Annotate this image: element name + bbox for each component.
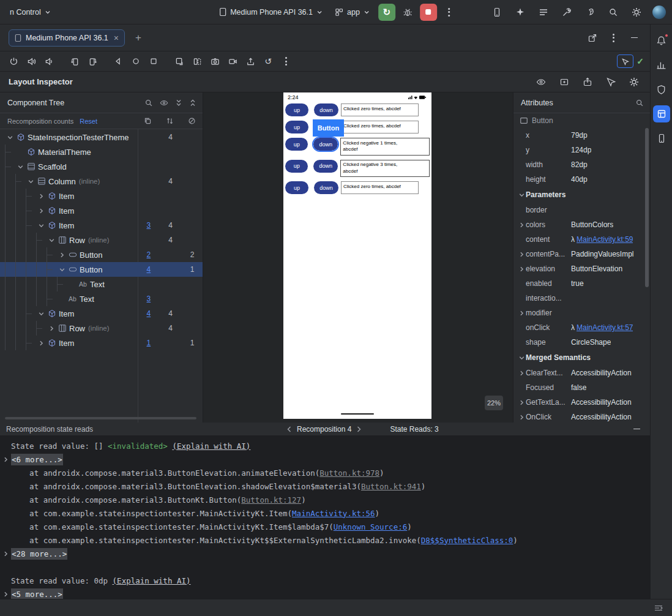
search-icon[interactable] [606, 5, 621, 20]
tree-node-scaffold[interactable]: Scaffold [0, 159, 203, 174]
device-mirror-icon[interactable] [490, 5, 504, 20]
attr-expand-icon[interactable] [517, 399, 526, 406]
reset-counts-link[interactable]: Reset [80, 118, 97, 125]
settings-gear-icon[interactable] [629, 5, 644, 20]
attr-expand-icon[interactable] [517, 310, 526, 317]
child-counts-column-icon[interactable] [159, 117, 181, 125]
tree-expand-icon[interactable] [36, 222, 46, 229]
reset-device-icon[interactable]: ↺ [261, 54, 275, 69]
attr-section-merged-semantics[interactable]: Merged Semantics [513, 350, 650, 366]
live-updates-eye-icon[interactable] [534, 75, 548, 89]
attr-row[interactable]: width82dp [513, 157, 650, 172]
tree-node-text[interactable]: AbText3 [0, 291, 203, 306]
tree-expand-icon[interactable] [15, 163, 25, 170]
console-link[interactable]: (Explain with AI) [172, 441, 250, 451]
tree-node-item[interactable]: Item [0, 189, 203, 203]
debug-button[interactable] [400, 5, 415, 20]
run-options-menu[interactable] [442, 5, 457, 20]
up-button[interactable]: up [285, 121, 308, 133]
recomposition-count-link[interactable]: 4 [138, 265, 160, 274]
tree-expand-icon[interactable] [47, 237, 56, 244]
export-snapshot-icon[interactable] [580, 75, 595, 89]
app-insights-icon[interactable] [653, 81, 670, 98]
attr-expand-icon[interactable] [517, 370, 526, 377]
tree-expand-icon[interactable] [57, 266, 67, 273]
attr-row[interactable]: border [513, 203, 650, 217]
tree-expand-icon[interactable] [5, 134, 15, 141]
down-button[interactable]: down [314, 103, 338, 116]
tab-options-menu[interactable] [606, 31, 621, 45]
rotate-left-icon[interactable] [67, 54, 82, 69]
attr-row[interactable]: OnClickAccessibilityAction [513, 410, 650, 423]
close-tab-icon[interactable]: × [114, 34, 119, 42]
fold-toggle-icon[interactable] [0, 550, 11, 557]
add-device-tab-button[interactable]: + [131, 32, 146, 44]
recomposition-count-link[interactable]: 4 [138, 309, 160, 318]
fold-toggle-icon[interactable] [0, 456, 11, 463]
snapshot-icon[interactable] [172, 54, 187, 69]
tree-node-row[interactable]: Row(inline)4 [0, 233, 203, 247]
tree-node-button[interactable]: Button22 [0, 247, 203, 262]
attr-row[interactable]: Focusedfalse [513, 380, 650, 395]
attr-row[interactable]: contentPa...PaddingValuesImpl [513, 247, 650, 261]
down-button[interactable]: down [314, 181, 338, 194]
attr-section-parameters[interactable]: Parameters [513, 187, 650, 203]
attr-row[interactable]: ClearText...AccessibilityAction [513, 366, 650, 380]
tree-expand-icon[interactable] [47, 325, 56, 332]
attr-row[interactable]: GetTextLa...AccessibilityAction [513, 395, 650, 410]
notifications-bell-icon[interactable] [653, 32, 670, 49]
skips-column-icon[interactable] [181, 117, 203, 125]
fold-toggle-icon[interactable] [0, 591, 11, 598]
device-render-viewport[interactable]: 2:24 updownClicked zero times, abcdefupd… [203, 92, 513, 423]
tree-expand-icon[interactable] [57, 252, 67, 258]
attr-row[interactable]: modifier [513, 306, 650, 320]
tree-expand-icon[interactable] [26, 178, 35, 185]
tree-expand-icon[interactable] [36, 208, 46, 214]
device-options-menu[interactable] [278, 54, 293, 69]
console-link[interactable]: Button.kt:978 [319, 468, 379, 478]
folded-frames[interactable]: <6 more...> [11, 454, 63, 465]
attr-expand-icon[interactable] [517, 222, 526, 228]
rerun-app-button[interactable]: ↻ [378, 4, 395, 21]
ai-assistant-icon[interactable] [513, 5, 528, 20]
tree-search-icon[interactable] [144, 99, 153, 107]
rotate-right-icon[interactable] [85, 54, 100, 69]
attr-row[interactable]: shapeCircleShape [513, 335, 650, 350]
console-link[interactable]: (Explain with AI) [113, 576, 191, 585]
up-button[interactable]: up [285, 103, 308, 116]
attr-expand-icon[interactable] [517, 251, 526, 258]
volume-up-icon[interactable] [24, 54, 39, 69]
collapse-all-icon[interactable] [189, 99, 196, 107]
attr-row[interactable]: elevationButtonElevation [513, 261, 650, 276]
power-button-icon[interactable] [6, 54, 21, 69]
attr-row[interactable]: x79dp [513, 128, 650, 143]
attr-row[interactable]: colorsButtonColors [513, 217, 650, 232]
minimize-console-icon[interactable] [629, 422, 644, 437]
up-button[interactable]: up [285, 160, 308, 173]
console-link[interactable]: MainActivity.kt:56 [292, 509, 375, 518]
tree-node-column[interactable]: Column(inline)4 [0, 174, 203, 189]
back-button-icon[interactable] [111, 54, 125, 69]
console-soft-wrap-icon[interactable] [651, 601, 666, 615]
screenshot-camera-icon[interactable] [207, 54, 222, 69]
tree-visibility-eye-icon[interactable] [160, 99, 168, 107]
stop-app-button[interactable] [420, 4, 437, 21]
inspector-settings-gear-icon[interactable] [627, 75, 641, 89]
attr-row[interactable]: onClickλ MainActivity.kt:57 [513, 320, 650, 335]
tree-expand-icon[interactable] [36, 193, 46, 200]
gradle-icon[interactable] [583, 5, 597, 20]
attr-row[interactable]: y124dp [513, 143, 650, 157]
attr-row[interactable]: enabledtrue [513, 276, 650, 291]
hide-panel-icon[interactable] [627, 31, 641, 45]
down-button[interactable]: down [313, 138, 338, 151]
attr-row[interactable]: contentλ MainActivity.kt:59 [513, 232, 650, 247]
console-link[interactable]: Button.kt:127 [241, 495, 301, 505]
device-tab[interactable]: Medium Phone API 36.1 × [9, 29, 125, 47]
tree-horizontal-scrollbar[interactable] [5, 417, 196, 419]
recomposition-count-link[interactable]: 1 [138, 339, 160, 347]
console-link[interactable]: Button.kt:941 [361, 482, 421, 491]
attr-expand-icon[interactable] [517, 266, 526, 272]
tree-expand-icon[interactable] [36, 310, 46, 317]
expand-all-icon[interactable] [175, 99, 182, 107]
layout-inspection-toggle[interactable] [617, 54, 633, 68]
